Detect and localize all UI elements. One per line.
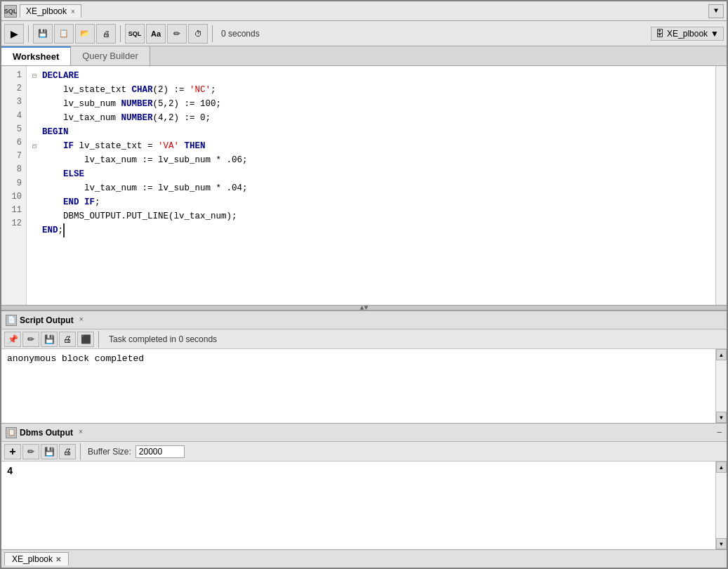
title-dropdown-btn[interactable]: ▼	[708, 4, 724, 18]
script-edit-btn[interactable]: ✏	[22, 332, 39, 347]
bottom-tab-label: XE_plbook	[12, 554, 53, 564]
bottom-tab-bar: XE_plbook ✕	[1, 549, 727, 568]
dbms-edit-btn[interactable]: ✏	[22, 444, 39, 459]
script-output-scrollbar[interactable]: ▲ ▼	[715, 349, 727, 423]
edit-button[interactable]: ✏	[167, 24, 187, 44]
dbms-print-btn[interactable]: 🖨	[59, 444, 76, 459]
script-output-content: anonymous block completed	[1, 349, 715, 423]
script-save-btn[interactable]: 💾	[41, 332, 58, 347]
dbms-output-toolbar: + ✏ 💾 🖨 Buffer Size:	[1, 442, 727, 462]
title-text: XE_plbook	[26, 6, 67, 16]
db-icon: 🗄	[656, 29, 664, 39]
script-clear-btn[interactable]: ⬛	[77, 332, 94, 347]
scroll-up-btn[interactable]: ▲	[716, 349, 727, 360]
dbms-output-title-bar: 📋 Dbms Output × −	[1, 424, 727, 442]
editor-area: 1234 5678 9101112 ⊟DECLARE lv_state_txt …	[1, 66, 727, 305]
script-output-toolbar: 📌 ✏ 💾 🖨 ⬛ Task completed in 0 seconds	[1, 329, 727, 349]
editor-tab-bar: Worksheet Query Builder	[1, 46, 727, 66]
separator-3	[212, 25, 213, 42]
script-output-title: Script Output	[20, 315, 74, 325]
title-tab[interactable]: XE_plbook ×	[20, 4, 81, 18]
dbms-output-title: Dbms Output	[20, 428, 73, 438]
dbms-output-close-btn[interactable]: ×	[79, 429, 83, 436]
scroll-down-btn[interactable]: ▼	[716, 412, 727, 423]
main-toolbar: ▶ 💾 📋 📂 🖨 SQL Aa ✏ ⏱ 0 seconds 🗄 XE_plbo…	[1, 21, 727, 46]
script-sep	[98, 331, 99, 348]
format-button[interactable]: Aa	[146, 24, 166, 44]
dbms-output-scrollbar[interactable]: ▲ ▼	[715, 462, 727, 549]
database-selector[interactable]: 🗄 XE_plbook ▼	[651, 27, 724, 41]
app-icon: SQL	[4, 5, 17, 18]
script-output-content-row: anonymous block completed ▲ ▼	[1, 349, 727, 423]
dbms-output-icon: 📋	[6, 427, 17, 438]
editor-scrollbar[interactable]	[715, 66, 727, 305]
dbms-scroll-track	[716, 473, 727, 538]
script-output-icon: 📄	[6, 315, 17, 326]
script-output-close-btn[interactable]: ×	[79, 316, 84, 324]
execution-time: 0 seconds	[217, 29, 264, 39]
dbms-minimize-btn[interactable]: −	[717, 427, 722, 438]
run-button[interactable]: ▶	[4, 24, 24, 44]
dbms-output-panel: 📋 Dbms Output × − + ✏ 💾 🖨 Buffer Size: 4…	[1, 423, 727, 549]
dbms-add-btn[interactable]: +	[4, 444, 21, 459]
dbms-scroll-up-btn[interactable]: ▲	[716, 462, 727, 473]
dropdown-arrow-icon: ▼	[714, 7, 718, 15]
resize-handle[interactable]: ▲▼	[1, 305, 727, 310]
buffer-size-label: Buffer Size:	[85, 447, 134, 457]
title-close-btn[interactable]: ×	[71, 8, 75, 15]
print-button[interactable]: 🖨	[96, 24, 116, 44]
dbms-save-btn[interactable]: 💾	[41, 444, 58, 459]
bottom-tab-close-btn[interactable]: ✕	[55, 556, 61, 563]
dbms-output-content-row: 4 ▲ ▼	[1, 462, 727, 549]
db-name: XE_plbook	[667, 29, 708, 39]
code-editor[interactable]: ⊟DECLARE lv_state_txt CHAR(2) := 'NC'; l…	[27, 66, 715, 305]
script-output-text: anonymous block completed	[7, 353, 144, 364]
main-window: SQL XE_plbook × ▼ ▶ 💾 📋 📂 🖨 SQL Aa ✏ ⏱ 0…	[0, 0, 728, 569]
separator-2	[120, 25, 121, 42]
script-output-panel: 📄 Script Output × 📌 ✏ 💾 🖨 ⬛ Task complet…	[1, 310, 727, 423]
script-status: Task completed in 0 seconds	[103, 334, 223, 344]
line-numbers: 1234 5678 9101112	[1, 66, 27, 305]
dbms-scroll-down-btn[interactable]: ▼	[716, 538, 727, 549]
worksheet-tab[interactable]: Worksheet	[1, 46, 71, 65]
buffer-size-input[interactable]	[135, 445, 185, 458]
history-button[interactable]: ⏱	[188, 24, 208, 44]
script-output-title-bar: 📄 Script Output ×	[1, 311, 727, 329]
dbms-output-content: 4	[1, 462, 715, 549]
separator-1	[28, 25, 29, 42]
query-builder-tab[interactable]: Query Builder	[71, 46, 150, 65]
save-button[interactable]: 💾	[33, 24, 53, 44]
sql-button[interactable]: SQL	[125, 24, 145, 44]
save-all-button[interactable]: 📋	[54, 24, 74, 44]
open-button[interactable]: 📂	[75, 24, 95, 44]
script-print-btn[interactable]: 🖨	[59, 332, 76, 347]
db-dropdown-icon: ▼	[710, 29, 719, 39]
dbms-output-text: 4	[7, 466, 13, 477]
dbms-sep	[80, 443, 81, 460]
title-bar: SQL XE_plbook × ▼	[1, 1, 727, 21]
script-pin-btn[interactable]: 📌	[4, 332, 21, 347]
bottom-tab-xe-plbook[interactable]: XE_plbook ✕	[4, 552, 69, 565]
scroll-track	[716, 360, 727, 412]
